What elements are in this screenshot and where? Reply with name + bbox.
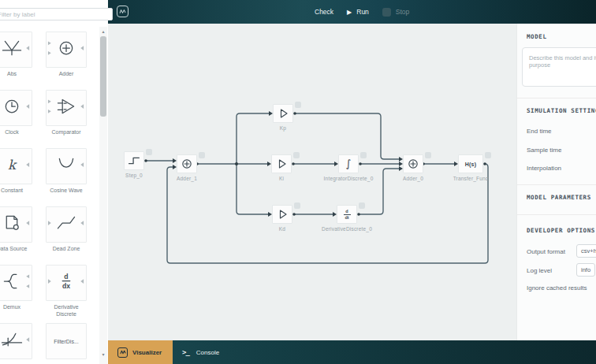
comparator-icon xyxy=(47,90,86,126)
app-logo-icon[interactable] xyxy=(117,6,129,17)
tab-visualizer[interactable]: Visualizer xyxy=(108,340,173,364)
bottom-tab-bar: Visualizer >_ Console xyxy=(108,340,596,364)
block-gain-kd[interactable]: Kd xyxy=(272,205,292,224)
block-adder-0[interactable]: Adder_0 xyxy=(403,154,423,173)
gain-triangle-icon xyxy=(274,156,289,172)
library-block-constant[interactable]: k xyxy=(0,148,32,184)
filter-input[interactable] xyxy=(0,8,113,20)
run-button-label: Run xyxy=(356,8,369,16)
check-button-label: Check xyxy=(315,8,333,16)
end-time-label: End time xyxy=(527,128,552,135)
block-label: Kp xyxy=(280,125,286,131)
svg-text:k: k xyxy=(8,158,17,173)
divider xyxy=(517,184,596,185)
derivative-icon: ddt xyxy=(344,210,351,220)
simulation-settings-header: SIMULATION SETTINGS xyxy=(527,107,596,114)
library-block-label: Clock xyxy=(0,129,32,136)
step-signal-icon xyxy=(125,152,143,169)
library-block-exponent[interactable] xyxy=(0,323,32,359)
block-label: Adder_1 xyxy=(177,176,197,181)
constant-icon: k xyxy=(0,148,32,184)
library-block-label: Comparator xyxy=(46,129,87,136)
block-badge[interactable] xyxy=(359,202,365,209)
plus-circle-icon xyxy=(179,156,195,172)
block-label: Step_0 xyxy=(125,173,143,178)
divider xyxy=(517,98,596,98)
scroll-up-icon[interactable]: ▴ xyxy=(99,28,107,35)
tab-console[interactable]: >_ Console xyxy=(173,340,219,364)
stop-button-label: Stop xyxy=(396,8,410,16)
library-block-label: Dead Zone xyxy=(46,246,87,253)
plus-circle-icon xyxy=(405,156,421,172)
library-block-label: Abs xyxy=(0,71,32,78)
block-badge[interactable] xyxy=(295,102,301,108)
library-block-demux[interactable] xyxy=(0,265,32,301)
demux-icon xyxy=(0,265,32,301)
block-integrator-discrete[interactable]: ∫ IntegratorDiscrete_0 xyxy=(338,154,359,173)
divider xyxy=(517,214,596,215)
interpolation-label: Interpolation xyxy=(527,165,561,172)
library-block-label: Derivative Discrete xyxy=(46,304,87,318)
properties-panel: MODEL SIMULATION SETTINGS End time Sampl… xyxy=(516,24,596,340)
transfer-function-text: H(s) xyxy=(465,162,476,167)
library-block-adder[interactable] xyxy=(46,32,87,68)
library-block-label: Cosine Wave xyxy=(46,188,87,195)
block-gain-kp[interactable]: Kp xyxy=(273,104,293,123)
library-block-filter-discrete[interactable]: FilterDis... xyxy=(46,323,87,359)
visualizer-wave-icon xyxy=(117,347,128,358)
block-adder-1[interactable]: Adder_1 xyxy=(177,154,197,173)
derivative-discrete-icon: d dx xyxy=(47,265,86,301)
data-source-icon xyxy=(0,206,32,243)
block-gain-ki[interactable]: Ki xyxy=(271,154,292,173)
block-derivative-discrete[interactable]: ddt DerivativeDiscrete_0 xyxy=(337,205,357,224)
check-button[interactable]: Check xyxy=(315,8,333,16)
gain-triangle-icon xyxy=(275,106,291,121)
library-block-dead-zone[interactable] xyxy=(46,206,87,243)
block-label: IntegratorDiscrete_0 xyxy=(324,176,374,181)
library-block-label: Demux xyxy=(0,304,32,311)
developer-options-header: DEVELOPER OPTIONS xyxy=(527,227,595,234)
scrollbar-thumb[interactable] xyxy=(100,36,106,117)
block-badge[interactable] xyxy=(293,152,300,158)
block-badge[interactable] xyxy=(425,152,431,158)
top-toolbar: Check ▶ Run Stop xyxy=(108,0,596,24)
library-block-label: Adder xyxy=(46,71,87,78)
wires-layer xyxy=(108,24,516,340)
integral-icon: ∫ xyxy=(346,160,352,168)
library-block-cosine-wave[interactable] xyxy=(46,148,87,184)
block-badge[interactable] xyxy=(146,149,152,155)
sample-time-label: Sample time xyxy=(527,147,561,154)
library-block-inline-label: FilterDis... xyxy=(54,339,79,344)
sidebar-scrollbar[interactable]: ▴ ▾ xyxy=(99,27,107,364)
abs-icon xyxy=(0,32,32,68)
block-badge[interactable] xyxy=(485,152,491,158)
svg-text:d: d xyxy=(64,273,68,280)
model-parameters-header: MODEL PARAMETERS xyxy=(527,194,591,201)
library-block-data-source[interactable] xyxy=(0,206,32,243)
output-format-select[interactable]: csv+hdf5 xyxy=(576,244,596,258)
console-tab-label: Console xyxy=(196,349,219,356)
block-badge[interactable] xyxy=(360,152,367,158)
console-prompt-icon: >_ xyxy=(182,348,189,356)
block-transfer-function[interactable]: H(s) Transfer_Func xyxy=(458,154,483,173)
svg-text:dx: dx xyxy=(62,282,70,290)
block-step[interactable]: Step_0 xyxy=(124,151,144,170)
model-description-input[interactable] xyxy=(522,47,596,87)
block-label: DerivativeDiscrete_0 xyxy=(322,226,372,232)
library-block-derivative-discrete[interactable]: d dx xyxy=(46,265,87,301)
adder-icon xyxy=(47,32,86,68)
stop-button[interactable]: Stop xyxy=(382,8,410,17)
run-button[interactable]: ▶ Run xyxy=(347,8,369,16)
block-label: Transfer_Func xyxy=(453,176,489,181)
stop-square-icon xyxy=(382,8,391,17)
library-block-clock[interactable] xyxy=(0,90,32,126)
library-block-label: Data Source xyxy=(0,246,32,253)
scroll-down-icon[interactable]: ▾ xyxy=(99,351,107,358)
library-block-comparator[interactable] xyxy=(46,90,87,126)
diagram-canvas[interactable]: Step_0 Adder_1 Kp Ki Kd ∫ IntegratorDisc… xyxy=(108,24,516,340)
model-header: MODEL xyxy=(527,33,547,40)
block-badge[interactable] xyxy=(199,152,205,158)
block-badge[interactable] xyxy=(294,202,300,209)
library-block-abs[interactable] xyxy=(0,32,32,68)
log-level-select[interactable]: info xyxy=(576,263,595,277)
